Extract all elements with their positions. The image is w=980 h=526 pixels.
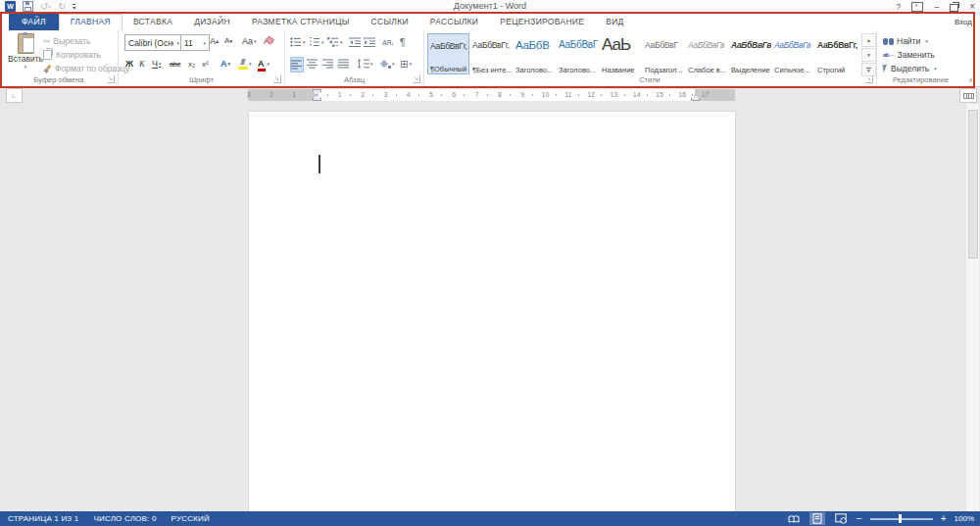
ribbon-tab-0[interactable]: ФАЙЛ	[9, 14, 59, 30]
multilevel-list-button[interactable]: ▾	[327, 35, 343, 49]
strikethrough-button[interactable]: abc	[170, 57, 180, 71]
font-dialog-launcher-icon[interactable]: ↘	[273, 75, 281, 83]
ruler-toggle-icon	[963, 93, 974, 99]
print-layout-button[interactable]	[809, 512, 825, 525]
ruler-toggle-button[interactable]	[959, 88, 977, 103]
read-mode-button[interactable]	[786, 512, 802, 525]
status-bar: СТРАНИЦА 1 ИЗ 1 ЧИСЛО СЛОВ: 0 РУССКИЙ − …	[0, 511, 980, 526]
horizontal-ruler[interactable]: 3211234567891011121314151617	[248, 89, 735, 101]
highlight-color-button[interactable]: ▾	[238, 57, 252, 71]
format-painter-button[interactable]: Формат по образцу	[43, 62, 129, 75]
ribbon-tab-5[interactable]: ССЫЛКИ	[361, 14, 419, 30]
styles-group-label: Стили	[423, 75, 876, 84]
style-item-9[interactable]: АаБбВвГг,Строгий	[815, 33, 858, 74]
style-item-5[interactable]: АаБбВвГПодзагол...	[643, 33, 685, 74]
ribbon-tab-8[interactable]: ВИД	[595, 14, 634, 30]
style-item-0[interactable]: АаБбВвГг,¶Обычный	[427, 33, 469, 74]
ribbon-tab-1[interactable]: ГЛАВНАЯ	[59, 14, 122, 30]
numbering-button[interactable]: ▾	[309, 35, 324, 49]
replace-button[interactable]: ab→ Заменить	[883, 48, 935, 62]
style-item-1[interactable]: АаБбВвГг,¶Без инте...	[470, 33, 513, 74]
font-color-button[interactable]: А ▾	[258, 57, 270, 71]
style-item-8[interactable]: АаБбВвГвСильное...	[772, 33, 814, 74]
styles-more-button[interactable]: ▼	[861, 63, 876, 76]
ribbon-display-options-icon[interactable]	[911, 2, 923, 12]
minimize-button[interactable]: –	[934, 2, 939, 12]
font-name-combobox[interactable]: Calibri (Осно ▾	[124, 34, 183, 51]
style-label: Заголово...	[557, 66, 599, 74]
find-button[interactable]: Найти ▾	[883, 34, 928, 48]
document-page[interactable]	[248, 111, 736, 526]
sort-button[interactable]: АЯ↓	[382, 35, 394, 49]
zoom-slider[interactable]	[870, 518, 933, 520]
paste-button[interactable]: Вставить ▾	[7, 32, 44, 74]
word-count-indicator[interactable]: ЧИСЛО СЛОВ: 0	[93, 511, 156, 526]
styles-scroll-down-button[interactable]: ▼	[861, 48, 876, 62]
select-button[interactable]: Выделить ▾	[883, 62, 937, 75]
zoom-level-indicator[interactable]: 100%	[955, 514, 974, 523]
text-effects-button[interactable]: А ▾	[220, 57, 230, 71]
bold-button[interactable]: Ж	[125, 57, 133, 71]
bullets-caret-icon: ▾	[303, 39, 306, 45]
style-label: Выделение	[729, 66, 771, 74]
superscript-button[interactable]: х²	[202, 57, 209, 71]
zoom-slider-thumb[interactable]	[899, 514, 902, 523]
subscript-button[interactable]: х₂	[188, 57, 195, 71]
copy-button[interactable]: Копировать	[43, 48, 129, 62]
show-marks-button[interactable]: ¶	[400, 35, 405, 49]
zoom-in-button[interactable]: +	[941, 512, 947, 525]
style-item-3[interactable]: АаБбВвГЗаголово...	[557, 33, 599, 74]
ribbon-tab-2[interactable]: ВСТАВКА	[122, 14, 183, 30]
help-button[interactable]: ?	[896, 2, 901, 12]
styles-scroll-up-button[interactable]: ▲	[861, 33, 876, 47]
close-button[interactable]: ×	[969, 1, 975, 12]
style-item-4[interactable]: АаЬНазвание	[600, 33, 642, 74]
ribbon-tab-6[interactable]: РАССЫЛКИ	[419, 14, 489, 30]
vertical-scrollbar[interactable]	[965, 104, 979, 511]
justify-button[interactable]	[338, 57, 350, 71]
page-count-indicator[interactable]: СТРАНИЦА 1 ИЗ 1	[8, 511, 78, 526]
line-spacing-button[interactable]: ▾	[357, 57, 373, 71]
sign-in-link[interactable]: Вход	[955, 14, 972, 30]
style-item-2[interactable]: АаБбВЗаголово...	[514, 33, 556, 74]
change-case-label: Аа	[242, 36, 253, 46]
ruler-number: 4	[406, 89, 412, 101]
ribbon-tab-4[interactable]: РАЗМЕТКА СТРАНИЦЫ	[241, 14, 361, 30]
collapse-ribbon-button[interactable]: ∧	[968, 76, 973, 84]
ribbon-tab-3[interactable]: ДИЗАЙН	[183, 14, 241, 30]
style-preview: АаБбВвГв	[772, 35, 814, 55]
zoom-out-button[interactable]: −	[857, 512, 862, 525]
copy-label: Копировать	[56, 50, 101, 60]
italic-button[interactable]: К	[139, 57, 145, 71]
shrink-font-button[interactable]: А▼	[224, 33, 233, 48]
align-left-button[interactable]	[290, 57, 304, 72]
clipboard-group-label: Буфер обмена	[0, 75, 118, 84]
shading-button[interactable]: ▾	[379, 57, 395, 71]
align-right-button[interactable]	[322, 57, 334, 71]
style-item-6[interactable]: АаБбВвГвСлабое в...	[686, 33, 728, 74]
bullets-button[interactable]: ▾	[290, 35, 306, 49]
multilevel-list-icon	[327, 37, 339, 47]
cut-button[interactable]: ✂ Вырезать	[43, 34, 129, 48]
underline-button[interactable]: Ч ▾	[152, 57, 162, 71]
style-item-7[interactable]: АаБбВвГвВыделение	[729, 33, 771, 74]
web-layout-button[interactable]	[833, 512, 849, 525]
style-label: Сильное...	[772, 66, 814, 74]
restore-button[interactable]	[950, 4, 958, 12]
font-size-combobox[interactable]: 11 ▾	[180, 34, 210, 51]
clear-formatting-button[interactable]: А	[264, 33, 270, 48]
style-label: Заголово...	[514, 66, 556, 74]
decrease-indent-button[interactable]	[349, 35, 361, 49]
align-center-button[interactable]	[307, 57, 318, 71]
styles-dialog-launcher-icon[interactable]: ↘	[865, 75, 873, 83]
ribbon-tab-7[interactable]: РЕЦЕНЗИРОВАНИЕ	[489, 14, 595, 30]
vertical-scrollbar-thumb[interactable]	[968, 110, 978, 259]
language-indicator[interactable]: РУССКИЙ	[172, 511, 210, 526]
tab-stop-selector[interactable]: ∟	[6, 88, 23, 103]
borders-button[interactable]: ⊞ ▾	[400, 57, 412, 71]
grow-font-button[interactable]: А▲	[210, 33, 220, 48]
change-case-button[interactable]: Аа ▾	[242, 33, 257, 48]
increase-indent-button[interactable]	[364, 35, 375, 49]
paragraph-dialog-launcher-icon[interactable]: ↘	[413, 75, 420, 83]
clipboard-dialog-launcher-icon[interactable]: ↘	[107, 75, 115, 83]
